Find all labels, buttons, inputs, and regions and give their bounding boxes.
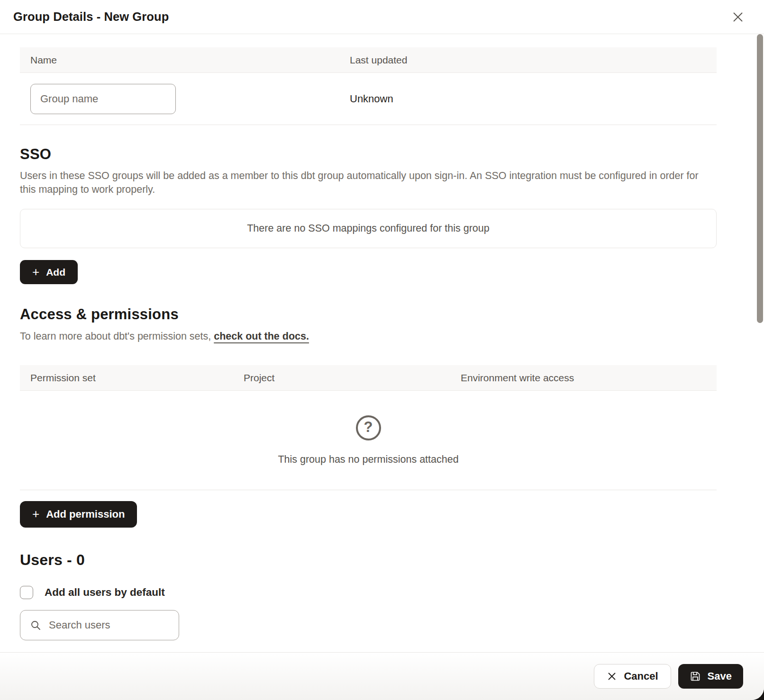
close-icon bbox=[731, 10, 745, 24]
add-permission-button[interactable]: + Add permission bbox=[20, 501, 137, 528]
cancel-button[interactable]: Cancel bbox=[594, 664, 671, 689]
search-users-input[interactable] bbox=[49, 610, 185, 640]
permissions-empty-state: ? This group has no permissions attached bbox=[20, 391, 717, 490]
sso-empty-state: There are no SSO mappings configured for… bbox=[20, 209, 717, 248]
add-all-users-row: Add all users by default bbox=[20, 586, 717, 599]
add-all-users-checkbox[interactable] bbox=[20, 586, 33, 599]
group-name-input[interactable] bbox=[30, 84, 176, 114]
save-button-label: Save bbox=[708, 670, 732, 682]
modal-body: Name Last updated Unknown SSO Users in t… bbox=[0, 34, 764, 652]
permissions-empty-state-text: This group has no permissions attached bbox=[278, 454, 458, 466]
group-details-modal: Group Details - New Group Name Last upda… bbox=[0, 0, 764, 700]
question-mark-glyph: ? bbox=[364, 419, 373, 436]
plus-icon: + bbox=[32, 266, 39, 278]
add-permission-button-label: Add permission bbox=[46, 508, 125, 521]
close-button[interactable] bbox=[730, 9, 746, 25]
add-all-users-label: Add all users by default bbox=[45, 586, 165, 599]
column-header-name: Name bbox=[20, 54, 339, 66]
search-users-field[interactable] bbox=[20, 610, 179, 640]
search-icon bbox=[30, 619, 41, 631]
vertical-scrollbar[interactable] bbox=[757, 34, 763, 323]
name-table-header: Name Last updated bbox=[20, 47, 717, 73]
column-header-environment-write-access: Environment write access bbox=[450, 372, 717, 384]
permissions-description: To learn more about dbt's permission set… bbox=[20, 331, 717, 342]
permissions-heading: Access & permissions bbox=[20, 306, 717, 323]
permissions-table-header: Permission set Project Environment write… bbox=[20, 365, 717, 391]
column-header-project: Project bbox=[233, 372, 450, 384]
sso-description: Users in these SSO groups will be added … bbox=[20, 169, 717, 197]
modal-header: Group Details - New Group bbox=[0, 0, 764, 34]
cancel-x-icon bbox=[607, 671, 617, 682]
help-circle-icon: ? bbox=[356, 415, 381, 440]
plus-icon: + bbox=[32, 508, 39, 520]
column-header-last-updated: Last updated bbox=[339, 54, 717, 66]
sso-add-button-label: Add bbox=[46, 267, 65, 278]
sso-heading: SSO bbox=[20, 146, 717, 163]
modal-footer: Cancel Save bbox=[0, 652, 764, 700]
last-updated-value: Unknown bbox=[339, 93, 717, 105]
save-floppy-icon bbox=[690, 671, 701, 682]
sso-empty-state-text: There are no SSO mappings configured for… bbox=[247, 223, 490, 234]
column-header-permission-set: Permission set bbox=[20, 372, 233, 384]
save-button[interactable]: Save bbox=[678, 664, 743, 689]
modal-title: Group Details - New Group bbox=[13, 10, 169, 24]
sso-add-button[interactable]: + Add bbox=[20, 260, 78, 284]
docs-link[interactable]: check out the docs. bbox=[214, 331, 309, 342]
cancel-button-label: Cancel bbox=[624, 670, 658, 682]
permissions-description-prefix: To learn more about dbt's permission set… bbox=[20, 331, 214, 342]
users-heading: Users - 0 bbox=[20, 551, 717, 569]
name-table-row: Unknown bbox=[20, 73, 717, 125]
